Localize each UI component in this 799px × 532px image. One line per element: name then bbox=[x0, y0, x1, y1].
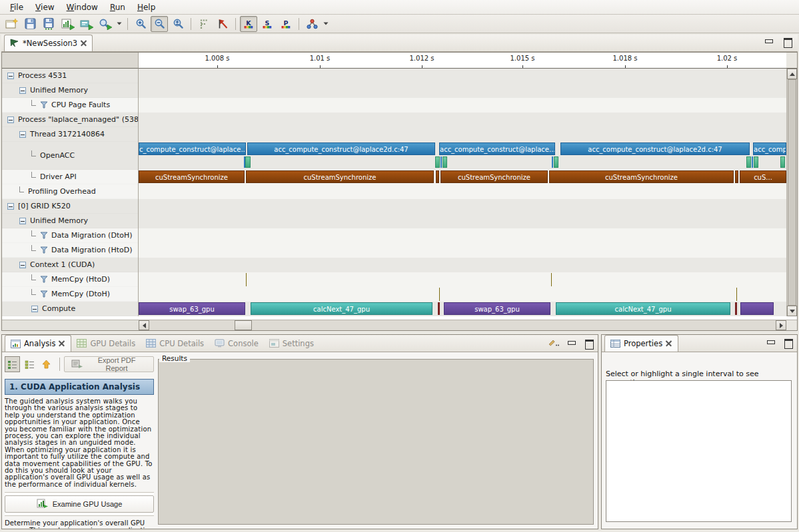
vertical-scrollbar[interactable] bbox=[786, 69, 797, 316]
tree-row-openacc[interactable]: OpenACC bbox=[2, 142, 138, 170]
zoom-out-button[interactable] bbox=[151, 16, 168, 32]
tab-gpu-details[interactable]: GPU Details bbox=[71, 335, 141, 352]
kernel-interval-tick[interactable] bbox=[438, 302, 440, 315]
tree-row-memcpy-dtoh[interactable]: MemCpy (DtoH) bbox=[2, 287, 138, 302]
menu-run[interactable]: Run bbox=[104, 1, 131, 14]
openacc-interval[interactable]: acc_compute_construct@laplace2d.c:47 bbox=[247, 142, 435, 155]
tree-row-data-migration-dtoh[interactable]: Data Migration (DtoH) bbox=[2, 228, 138, 243]
tree-expander-icon[interactable] bbox=[7, 73, 14, 79]
stream-coloring-toggle[interactable]: S bbox=[259, 16, 276, 32]
tree-row-data-migration-htod[interactable]: Data Migration (HtoD) bbox=[2, 243, 138, 258]
acc-launch-mark[interactable] bbox=[245, 156, 251, 168]
tab-cpu-details[interactable]: CPU Details bbox=[141, 335, 209, 352]
tree-row-memcpy-htod[interactable]: MemCpy (HtoD) bbox=[2, 272, 138, 287]
close-icon[interactable] bbox=[81, 40, 87, 47]
acc-launch-mark[interactable] bbox=[442, 156, 447, 168]
tree-row-context-1-cuda[interactable]: Context 1 (CUDA) bbox=[2, 258, 138, 272]
acc-launch-mark[interactable] bbox=[440, 156, 442, 168]
new-session-button[interactable] bbox=[3, 16, 21, 32]
scroll-up-icon[interactable] bbox=[787, 69, 797, 79]
tree-expander-icon[interactable] bbox=[19, 87, 26, 94]
memcpy-dtoh-mark[interactable] bbox=[439, 288, 440, 301]
run-analysis-button[interactable] bbox=[78, 16, 95, 32]
minimize-icon[interactable] bbox=[567, 340, 576, 348]
minimize-icon[interactable] bbox=[766, 339, 776, 347]
generate-timeline-button[interactable] bbox=[59, 16, 77, 32]
hscroll-track[interactable] bbox=[149, 320, 776, 330]
tree-row-unified-memory[interactable]: Unified Memory bbox=[2, 83, 138, 98]
acc-launch-mark[interactable] bbox=[752, 156, 753, 168]
vscroll-track[interactable] bbox=[787, 79, 797, 306]
menu-window[interactable]: Window bbox=[61, 1, 104, 14]
tree-expander-icon[interactable] bbox=[19, 131, 26, 138]
topology-dropdown[interactable] bbox=[322, 16, 330, 32]
examine-gpu-usage-button[interactable]: Examine GPU Usage bbox=[5, 495, 154, 513]
maximize-icon[interactable] bbox=[783, 38, 792, 46]
tree-row-process-laplace-managed-538[interactable]: Process "laplace_managed" (538) bbox=[2, 113, 138, 127]
hscroll-thumb[interactable] bbox=[235, 320, 252, 330]
openacc-interval[interactable]: acc_comp... bbox=[753, 142, 786, 155]
kernel-interval-swap[interactable]: swap_63_gpu bbox=[139, 302, 245, 315]
tree-expander-icon[interactable] bbox=[7, 203, 14, 210]
tree-row-driver-api[interactable]: Driver API bbox=[2, 170, 138, 184]
tab-analysis[interactable]: Analysis bbox=[5, 335, 71, 352]
kernel-interval-tick[interactable] bbox=[735, 302, 737, 315]
kernel-interval-calc[interactable]: calcNext_47_gpu bbox=[556, 302, 730, 315]
maximize-icon[interactable] bbox=[584, 340, 594, 348]
maximize-icon[interactable] bbox=[784, 339, 793, 347]
menu-view[interactable]: View bbox=[29, 1, 60, 14]
tree-row-cpu-page-faults[interactable]: CPU Page Faults bbox=[2, 98, 138, 113]
close-icon[interactable] bbox=[59, 340, 65, 347]
tree-expander-icon[interactable] bbox=[7, 117, 14, 123]
driver-api-interval[interactable]: cuStreamSynchronize bbox=[246, 170, 434, 183]
tree-expander-icon[interactable] bbox=[31, 306, 38, 312]
vscroll-thumb[interactable] bbox=[788, 79, 796, 306]
menu-file[interactable]: File bbox=[4, 1, 29, 14]
tree-expander-icon[interactable] bbox=[19, 218, 26, 224]
acc-launch-mark[interactable] bbox=[435, 156, 440, 168]
session-tab[interactable]: *NewSession3 bbox=[4, 35, 93, 51]
driver-api-interval[interactable]: cuStreamSynchronize bbox=[440, 170, 548, 183]
menu-help[interactable]: Help bbox=[131, 1, 161, 14]
run-dropdown[interactable] bbox=[115, 16, 123, 32]
tab-settings[interactable]: Settings bbox=[264, 335, 319, 352]
close-icon[interactable] bbox=[666, 340, 672, 347]
tab-console[interactable]: Console bbox=[209, 335, 264, 352]
driver-api-interval[interactable] bbox=[735, 170, 738, 183]
export-pdf-report-button[interactable]: Export PDF Report bbox=[64, 356, 154, 372]
driver-api-interval[interactable]: cuS... bbox=[740, 170, 786, 183]
zoom-in-button[interactable] bbox=[132, 16, 149, 32]
driver-api-interval[interactable]: cuStreamSynchronize bbox=[549, 170, 734, 183]
openacc-interval[interactable]: c_compute_construct@laplace... bbox=[139, 142, 246, 155]
back-up-button[interactable] bbox=[39, 356, 54, 372]
driver-api-interval[interactable]: cuStreamSynchronize bbox=[139, 170, 245, 183]
memcpy-dtoh-mark[interactable] bbox=[736, 288, 737, 301]
save-all-button[interactable] bbox=[41, 16, 58, 32]
tree-row-unified-memory[interactable]: Unified Memory bbox=[2, 214, 138, 228]
kernel-coloring-toggle[interactable]: K bbox=[240, 16, 257, 32]
tree-row-thread-3172140864[interactable]: Thread 3172140864 bbox=[2, 127, 138, 142]
save-button[interactable] bbox=[22, 16, 39, 32]
kernel-interval-calc[interactable]: calcNext_47_gpu bbox=[251, 302, 432, 315]
acc-launch-mark[interactable] bbox=[754, 156, 758, 168]
run-search-button[interactable] bbox=[97, 16, 114, 32]
acc-launch-mark[interactable] bbox=[780, 156, 785, 168]
tab-properties[interactable]: Properties bbox=[604, 335, 678, 352]
zoom-fit-button[interactable] bbox=[169, 16, 187, 32]
goto-marker-button[interactable] bbox=[214, 16, 231, 32]
tree-row-0-grid-k520[interactable]: [0] GRID K520 bbox=[2, 199, 138, 214]
driver-api-interval[interactable] bbox=[436, 170, 439, 183]
acc-launch-mark[interactable] bbox=[554, 156, 558, 168]
tree-row-process-4531[interactable]: Process 4531 bbox=[2, 69, 138, 83]
scroll-right-icon[interactable] bbox=[776, 320, 786, 330]
process-coloring-toggle[interactable]: P bbox=[277, 16, 295, 32]
hscroll-bar[interactable] bbox=[139, 320, 786, 330]
acc-launch-mark[interactable] bbox=[552, 156, 553, 168]
scroll-left-icon[interactable] bbox=[139, 320, 149, 330]
tree-row-profiling-overhead[interactable]: Profiling Overhead bbox=[2, 184, 138, 199]
unguided-analysis-button[interactable] bbox=[21, 356, 37, 372]
kernel-interval-swap[interactable] bbox=[740, 302, 774, 315]
tree-expander-icon[interactable] bbox=[19, 262, 26, 268]
memcpy-htod-mark[interactable] bbox=[246, 273, 247, 286]
acc-launch-mark[interactable] bbox=[746, 156, 751, 168]
